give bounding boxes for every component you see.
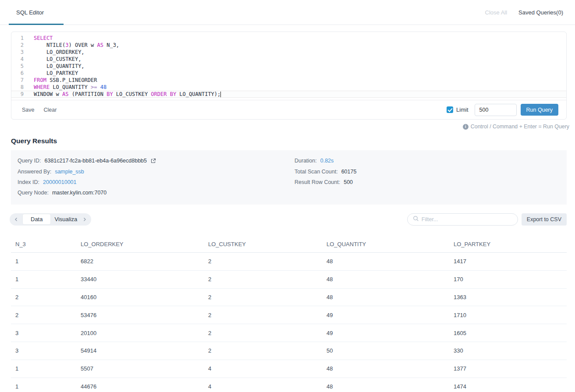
top-tab-bar: SQL Editor Close All Saved Queries(0) xyxy=(0,0,575,25)
line-number: 8 xyxy=(11,84,28,91)
table-cell: 5507 xyxy=(76,360,204,378)
line-number: 7 xyxy=(11,77,28,84)
table-row: 2534762491710 xyxy=(11,306,567,324)
table-cell: 48 xyxy=(322,378,449,392)
table-body: 1682224814171334402481702401602481363253… xyxy=(11,253,567,392)
line-number: 4 xyxy=(11,56,28,63)
query-info-right: Duration: 0.82s Total Scan Count: 60175 … xyxy=(295,155,567,198)
table-cell: 2 xyxy=(204,324,322,342)
table-cell: 2 xyxy=(204,342,322,360)
line-number: 5 xyxy=(11,63,28,70)
table-cell: 1377 xyxy=(449,360,567,378)
column-header[interactable]: N_3 xyxy=(11,236,76,253)
column-header[interactable]: LO_ORDERKEY xyxy=(76,236,204,253)
result-table: N_3LO_ORDERKEYLO_CUSTKEYLO_QUANTITYLO_PA… xyxy=(11,236,567,392)
table-cell: 54914 xyxy=(76,342,204,360)
table-cell: 44676 xyxy=(76,378,204,392)
tab-sql-editor-label: SQL Editor xyxy=(16,9,44,16)
scan-count-value: 60175 xyxy=(341,169,357,175)
query-info-panel: Query ID: 6381c217-fc2a-bb81-eb4a-6a96ec… xyxy=(11,150,567,205)
run-hint-row: i Control / Command + Enter = Run Query xyxy=(0,124,569,130)
code-text: LO_ORDERKEY, xyxy=(28,49,85,56)
code-line: 2 NTILE(3) OVER w AS N_3, xyxy=(11,42,566,49)
chevron-right-icon[interactable] xyxy=(82,217,88,222)
table-header-row: N_3LO_ORDERKEYLO_CUSTKEYLO_QUANTITYLO_PA… xyxy=(11,236,567,253)
data-toolbar: Data Visualiza Export to CSV xyxy=(10,213,567,226)
duration-row: Duration: 0.82s xyxy=(295,155,567,166)
table-cell: 4 xyxy=(204,360,322,378)
table-cell: 6822 xyxy=(76,253,204,271)
column-header[interactable]: LO_PARTKEY xyxy=(449,236,567,253)
table-cell: 2 xyxy=(11,288,76,306)
table-cell: 1 xyxy=(11,378,76,392)
limit-input[interactable] xyxy=(475,104,517,116)
limit-label: Limit xyxy=(456,106,468,113)
index-id-link[interactable]: 20000010001 xyxy=(43,179,76,185)
table-cell: 49 xyxy=(322,324,449,342)
table-cell: 2 xyxy=(204,288,322,306)
scan-count-row: Total Scan Count: 60175 xyxy=(295,166,567,177)
sql-editor-card: 1SELECT2 NTILE(3) OVER w AS N_3,3 LO_ORD… xyxy=(11,32,567,120)
table-row: 354914250330 xyxy=(11,342,567,360)
table-cell: 1363 xyxy=(449,288,567,306)
table-cell: 4 xyxy=(204,378,322,392)
line-number: 1 xyxy=(11,35,28,42)
answered-by-link[interactable]: sample_ssb xyxy=(55,169,84,175)
code-text: LO_PARTKEY xyxy=(28,70,78,77)
answered-by-row: Answered By: sample_ssb xyxy=(18,166,295,177)
code-text: LO_QUANTITY, xyxy=(28,63,85,70)
clear-button[interactable]: Clear xyxy=(44,107,57,113)
external-link-icon[interactable] xyxy=(151,158,156,163)
limit-checkbox[interactable] xyxy=(447,106,453,113)
code-line: 7FROM SSB.P_LINEORDER xyxy=(11,77,566,84)
code-line: 4 LO_CUSTKEY, xyxy=(11,56,566,63)
text-cursor xyxy=(220,92,221,97)
table-cell: 2 xyxy=(11,306,76,324)
table-cell: 33440 xyxy=(76,270,204,288)
query-id-value: 6381c217-fc2a-bb81-eb4a-6a96ecd8bbb5 xyxy=(45,158,147,164)
code-line: 9WINDOW w AS (PARTITION BY LO_CUSTKEY OR… xyxy=(11,91,566,98)
code-text: NTILE(3) OVER w AS N_3, xyxy=(28,42,119,49)
tabbar-right-actions: Close All Saved Queries(0) xyxy=(485,0,563,25)
code-line: 5 LO_QUANTITY, xyxy=(11,63,566,70)
duration-label: Duration: xyxy=(295,158,317,164)
tab-sql-editor[interactable]: SQL Editor xyxy=(9,0,64,25)
query-info-left: Query ID: 6381c217-fc2a-bb81-eb4a-6a96ec… xyxy=(18,155,295,198)
tab-visualization[interactable]: Visualiza xyxy=(54,216,80,222)
run-query-button[interactable]: Run Query xyxy=(521,104,558,116)
export-to-csv-button[interactable]: Export to CSV xyxy=(522,213,567,226)
table-row: 3201002491605 xyxy=(11,324,567,342)
line-number: 9 xyxy=(11,91,28,98)
run-hint-text: Control / Command + Enter = Run Query xyxy=(471,124,569,130)
code-text: WINDOW w AS (PARTITION BY LO_CUSTKEY ORD… xyxy=(28,91,221,98)
table-cell: 1605 xyxy=(449,324,567,342)
close-all-button[interactable]: Close All xyxy=(485,9,508,16)
index-id-row: Index ID: 20000010001 xyxy=(18,177,295,187)
table-cell: 1417 xyxy=(449,253,567,271)
table-cell: 48 xyxy=(322,253,449,271)
answered-by-label: Answered By: xyxy=(18,169,51,175)
row-count-row: Result Row Count: 500 xyxy=(295,177,567,187)
query-node-value: master.kylin.com:7070 xyxy=(52,190,106,196)
row-count-value: 500 xyxy=(344,179,353,185)
column-header[interactable]: LO_QUANTITY xyxy=(322,236,449,253)
table-cell: 53476 xyxy=(76,306,204,324)
duration-value[interactable]: 0.82s xyxy=(320,158,334,164)
query-results-title: Query Results xyxy=(11,137,575,145)
table-cell: 330 xyxy=(449,342,567,360)
table-cell: 49 xyxy=(322,306,449,324)
table-cell: 1 xyxy=(11,360,76,378)
code-lines[interactable]: 1SELECT2 NTILE(3) OVER w AS N_3,3 LO_ORD… xyxy=(11,32,566,100)
tab-data[interactable]: Data xyxy=(23,214,50,224)
save-button[interactable]: Save xyxy=(22,107,35,113)
line-number: 3 xyxy=(11,49,28,56)
filter-input[interactable] xyxy=(422,216,513,222)
table-cell: 170 xyxy=(449,270,567,288)
saved-queries-button[interactable]: Saved Queries(0) xyxy=(518,9,563,16)
view-switcher: Data Visualiza xyxy=(10,213,91,226)
table-row: 1446764481474 xyxy=(11,378,567,392)
table-row: 155074481377 xyxy=(11,360,567,378)
table-cell: 48 xyxy=(322,360,449,378)
column-header[interactable]: LO_CUSTKEY xyxy=(204,236,322,253)
chevron-left-icon[interactable] xyxy=(13,217,19,222)
